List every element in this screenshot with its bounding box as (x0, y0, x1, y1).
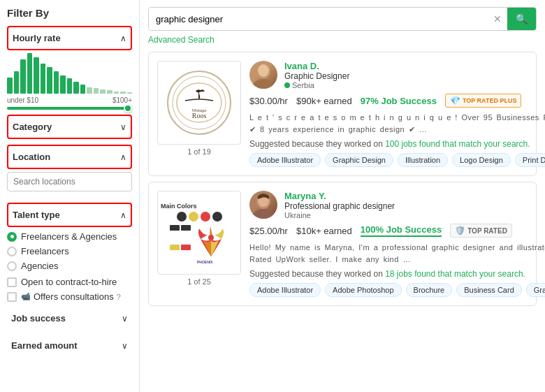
location-section: Location (7, 145, 132, 197)
talent-type-option-freelancers[interactable]: Freelancers (7, 246, 132, 256)
search-input[interactable] (149, 8, 488, 30)
tags-maryna: Adobe Illustrator Adobe Photoshop Brochu… (249, 283, 545, 297)
suggested-text-ivana: Suggested because they worked on 100 job… (249, 139, 545, 149)
radio-circle (7, 261, 17, 271)
job-success-section: Job success (7, 307, 132, 329)
radio-circle (7, 247, 17, 256)
chart-max-label: $100+ (112, 96, 132, 104)
talent-type-checkboxes: Open to contract-to-hire 📹 Offers consul… (7, 277, 132, 302)
help-icon[interactable]: ? (117, 293, 121, 301)
tag-illustration-ivana[interactable]: Illustration (398, 153, 448, 167)
offers-label: 📹 Offers consultations ? (21, 291, 121, 302)
tag-graphic-design-ivana[interactable]: Graphic Design (325, 153, 393, 167)
search-bar: ✕ 🔍 (148, 7, 537, 31)
hourly-rate-chart: under $10 $100+ (7, 53, 132, 109)
hourly-rate-section: Hourly rate (7, 26, 132, 109)
svg-point-8 (208, 235, 214, 240)
bar (73, 82, 79, 94)
talent-type-option-agencies[interactable]: Agencies (7, 261, 132, 271)
color-black (177, 212, 187, 222)
success-pct-maryna: 100% Job Success (361, 224, 442, 237)
talent-type-options: Freelancers & Agencies Freelancers Agenc… (7, 231, 132, 271)
online-indicator-ivana (284, 82, 290, 88)
suggested-count-link-ivana[interactable]: 100 jobs found that match your search. (385, 139, 530, 149)
job-success-maryna: 100% Job Success (361, 224, 442, 237)
bar (87, 87, 92, 94)
chart-slider[interactable] (7, 107, 132, 110)
profile-desc-ivana: L e t ' s c r e a t e s o m e t h i n g … (249, 112, 545, 135)
profile-location-maryna: Ukraine (284, 211, 545, 219)
tag-adobe-illustrator-maryna[interactable]: Adobe Illustrator (249, 283, 321, 297)
profile-logo-container-maryna: Main Colors (157, 191, 241, 297)
checkbox-offers-consultations[interactable]: 📹 Offers consultations ? (7, 291, 132, 302)
earned-amount-header[interactable]: Earned amount (7, 335, 132, 356)
profile-logo-maryna: Main Colors (157, 191, 241, 275)
tag-logo-design-ivana[interactable]: Logo Design (452, 153, 511, 167)
profile-title-maryna: Professional graphic designer (284, 201, 545, 211)
search-button[interactable]: 🔍 (507, 8, 536, 30)
avatar-maryna (249, 191, 277, 219)
profile-stats-maryna: $25.00/hr $10k+ earned 100% Job Success … (249, 224, 545, 238)
badge-icon-ivana: 💎 (450, 96, 460, 106)
location-header[interactable]: Location (7, 145, 132, 169)
talent-type-header[interactable]: Talent type (7, 203, 132, 227)
tag-graphic-design-maryna[interactable]: Graphic Design (526, 283, 545, 297)
tag-adobe-illustrator-ivana[interactable]: Adobe Illustrator (249, 153, 321, 167)
hourly-rate-label: Hourly rate (13, 33, 61, 43)
top-rated-badge-maryna: 🛡️ TOP RATED (450, 224, 512, 238)
bar (67, 78, 73, 94)
slider-thumb[interactable] (124, 104, 132, 112)
checkbox-label: Offers consultations (34, 291, 114, 302)
search-clear-button[interactable]: ✕ (488, 8, 507, 30)
svg-point-6 (252, 79, 275, 89)
talent-type-label: Talent type (13, 210, 60, 220)
profile-name-ivana[interactable]: Ivana D. (284, 61, 545, 71)
avatar-image-ivana (249, 61, 277, 89)
radio-circle-active (7, 232, 17, 242)
bar (60, 75, 66, 94)
video-icon: 📹 (21, 292, 31, 301)
profile-desc-maryna: Hello! My name is Maryna, I'm a professi… (249, 242, 545, 265)
job-success-header[interactable]: Job success (7, 307, 132, 329)
sidebar: Filter By Hourly rate (0, 0, 140, 392)
job-success-label: Job success (11, 313, 66, 324)
category-label: Category (13, 122, 52, 132)
bar (127, 92, 133, 94)
suggested-count-link-maryna[interactable]: 18 jobs found that match your search. (385, 269, 525, 279)
location-search-input[interactable] (7, 172, 132, 191)
talent-option-label: Freelancers & Agencies (21, 231, 117, 242)
tag-business-card-maryna[interactable]: Business Card (456, 283, 522, 297)
profile-right-maryna: Maryna Y. Professional graphic designer … (249, 191, 545, 297)
category-chevron (120, 122, 126, 132)
vintage-roos-logo: Vintage Roos (161, 64, 238, 141)
hourly-rate-header[interactable]: Hourly rate (7, 26, 132, 50)
checkbox-contract-hire[interactable]: Open to contract-to-hire (7, 277, 132, 287)
bar (120, 92, 126, 94)
earned-amount-section: Earned amount (7, 335, 132, 356)
bar (100, 89, 106, 94)
rate-maryna: $25.00/hr (249, 226, 288, 236)
location-text-ivana: Serbia (292, 81, 314, 89)
tags-ivana: Adobe Illustrator Graphic Design Illustr… (249, 153, 545, 167)
advanced-search-link[interactable]: Advanced Search (148, 35, 537, 45)
category-header[interactable]: Category (7, 115, 132, 139)
grid-block (181, 245, 191, 250)
profile-logo-container: Vintage Roos 1 of 19 (157, 61, 241, 167)
checkbox-box (7, 277, 17, 287)
color-dark (212, 212, 222, 222)
talent-option-label: Freelancers (21, 246, 69, 256)
chart-slider-fill (7, 107, 132, 110)
talent-type-option-freelancers-agencies[interactable]: Freelancers & Agencies (7, 231, 132, 242)
tag-brochure-maryna[interactable]: Brochure (406, 283, 453, 297)
top-rated-plus-badge-ivana: 💎 TOP RATED PLUS (445, 94, 522, 108)
profile-name-maryna[interactable]: Maryna Y. (284, 191, 545, 201)
badge-text-ivana: TOP RATED PLUS (463, 97, 517, 104)
profile-stats-ivana: $30.00/hr $90k+ earned 97% Job Success 💎… (249, 94, 545, 108)
success-pct-ivana: 97% Job Success (361, 96, 437, 106)
tag-adobe-photoshop-maryna[interactable]: Adobe Photoshop (325, 283, 401, 297)
phoenix-logo-area: PHOENIX SOLUTIONS (170, 225, 228, 263)
sidebar-title: Filter By (7, 7, 132, 19)
location-chevron (120, 152, 126, 162)
tag-print-design-ivana[interactable]: Print Design (515, 153, 545, 167)
chart-min-label: under $10 (7, 96, 38, 104)
